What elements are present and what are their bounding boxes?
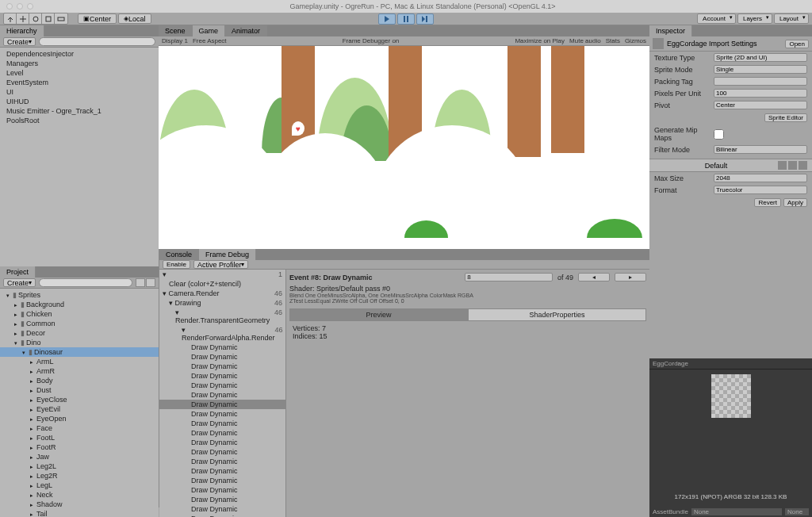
insp-value[interactable] [714,77,807,86]
project-create[interactable]: Create ▾ [3,278,36,287]
insp-value[interactable]: Sprite (2D and UI) [714,53,807,62]
fd-tree-item[interactable]: ▾ Drawing46 [159,298,285,308]
project-item[interactable]: ▾▮Sprites [0,290,159,300]
animator-tab[interactable]: Animator [225,25,267,36]
inspector-tab[interactable]: Inspector [649,25,692,36]
mute-audio[interactable]: Mute audio [569,37,601,44]
project-tab[interactable]: Project [0,266,36,278]
max-size-dropdown[interactable]: 2048 [714,174,807,182]
mipmaps-checkbox[interactable] [714,129,724,140]
platform-icon[interactable] [799,161,807,170]
layout-dropdown[interactable]: Layout [774,13,809,24]
project-item[interactable]: ▸Dust [0,385,159,395]
hierarchy-item[interactable]: DependencesInjector [0,49,159,59]
fd-draw-item[interactable]: Draw Dynamic [159,514,285,517]
gizmos-toggle[interactable]: Gizmos [625,37,646,44]
sprite-editor-button[interactable]: Sprite Editor [764,113,807,122]
project-item[interactable]: ▸Jaw [0,452,159,461]
next-event-button[interactable]: ▸ [615,273,646,281]
fd-draw-item[interactable]: Draw Dynamic [159,428,285,438]
insp-value[interactable]: Center [714,101,807,109]
preview-tab[interactable]: Preview [289,308,468,321]
account-dropdown[interactable]: Account [697,13,736,24]
project-item[interactable]: ▸Body [0,376,159,385]
hierarchy-item[interactable]: UIHUD [0,97,159,106]
hierarchy-create[interactable]: Create ▾ [3,37,36,46]
fd-tree-item[interactable]: ▾ Render.TransparentGeometry46 [159,308,285,325]
fd-draw-item[interactable]: Draw Dynamic [159,466,285,476]
display-dropdown[interactable]: Display 1 [162,37,188,44]
fd-tree-item[interactable]: ▾ RenderForwardAlpha.Render46 [159,325,285,343]
insp-value[interactable]: 100 [714,89,807,98]
star-icon[interactable] [146,278,155,287]
active-profiler-dropdown[interactable]: Active Profiler ▾ [193,260,249,269]
layers-dropdown[interactable]: Layers [737,13,772,24]
maximize-on-play[interactable]: Maximize on Play [515,37,565,44]
project-item[interactable]: ▸EyeOpen [0,414,159,423]
default-platform-tab[interactable]: Default [654,162,778,170]
fd-draw-item[interactable]: Draw Dynamic [159,495,285,504]
project-item[interactable]: ▸▮Chicken [0,309,159,319]
fd-draw-item[interactable]: Draw Dynamic [159,343,285,352]
hierarchy-item[interactable]: EventSystem [0,78,159,87]
close-window[interactable] [6,3,13,10]
scene-tab[interactable]: Scene [159,25,193,36]
game-tab[interactable]: Game [193,25,226,36]
hierarchy-item[interactable]: UI [0,87,159,97]
project-item[interactable]: ▸LegL [0,481,159,490]
fd-draw-item[interactable]: Draw Dynamic [159,438,285,447]
hierarchy-item[interactable]: Level [0,68,159,78]
project-item[interactable]: ▸EyeClose [0,395,159,404]
hierarchy-item[interactable]: Music Emitter - Ogre_Track_1 [0,106,159,116]
fd-draw-item[interactable]: Draw Dynamic [159,371,285,381]
aspect-dropdown[interactable]: Free Aspect [193,37,227,44]
revert-button[interactable]: Revert [754,198,781,207]
enable-button[interactable]: Enable [163,260,190,269]
shaderprops-tab[interactable]: ShaderProperties [468,308,646,321]
fd-tree-item[interactable]: Clear (color+Z+stencil) [159,279,285,289]
project-item[interactable]: ▸ArmL [0,357,159,366]
project-item[interactable]: ▸ArmR [0,366,159,376]
fd-tree-item[interactable]: ▾ 1 [159,270,285,279]
project-item[interactable]: ▾▮Dinosaur [0,347,159,357]
fd-draw-item[interactable]: Draw Dynamic [159,419,285,428]
project-item[interactable]: ▸FootL [0,433,159,442]
step-button[interactable] [416,13,434,25]
project-item[interactable]: ▸Tail [0,509,159,517]
fd-draw-item[interactable]: Draw Dynamic [159,485,285,495]
project-item[interactable]: ▸Leg2R [0,471,159,481]
rect-tool[interactable] [55,13,67,24]
assetbundle-name[interactable]: None [691,508,782,515]
project-tree[interactable]: ▾▮Sprites▸▮Background▸▮Chicken▸▮Common▸▮… [0,289,159,517]
insp-value[interactable]: Single [714,65,807,74]
filter-icon[interactable] [136,278,145,287]
fd-draw-item[interactable]: Draw Dynamic [159,381,285,390]
prev-event-button[interactable]: ◂ [578,273,610,281]
hierarchy-item[interactable]: Managers [0,59,159,68]
open-button[interactable]: Open [785,40,809,48]
frame-debug-tab[interactable]: Frame Debug [199,249,256,260]
platform-icon[interactable] [788,161,797,170]
project-item[interactable]: ▸Face [0,423,159,433]
minimize-window[interactable] [17,3,23,10]
fd-draw-item[interactable]: Draw Dynamic [159,447,285,457]
stats-toggle[interactable]: Stats [606,37,620,44]
filter-mode-dropdown[interactable]: Bilinear [714,145,807,154]
move-tool[interactable] [17,13,29,24]
pause-button[interactable] [397,13,415,25]
project-item[interactable]: ▸Leg2L [0,461,159,471]
fd-tree-item[interactable]: ▾ Camera.Render46 [159,289,285,298]
fd-draw-item[interactable]: Draw Dynamic [159,409,285,419]
fd-draw-item[interactable]: Draw Dynamic [159,400,285,409]
project-item[interactable]: ▸▮Decor [0,328,159,338]
project-item[interactable]: ▸EyeEvil [0,404,159,414]
hierarchy-item[interactable]: PoolsRoot [0,116,159,125]
play-button[interactable] [378,13,396,25]
apply-button[interactable]: Apply [783,198,807,207]
fd-draw-item[interactable]: Draw Dynamic [159,504,285,514]
pivot-local-toggle[interactable]: ◈ Local [118,13,151,24]
fd-draw-item[interactable]: Draw Dynamic [159,476,285,485]
hierarchy-tab[interactable]: Hierarchy [0,25,44,36]
fd-draw-item[interactable]: Draw Dynamic [159,457,285,466]
format-dropdown[interactable]: Truecolor [714,186,807,194]
